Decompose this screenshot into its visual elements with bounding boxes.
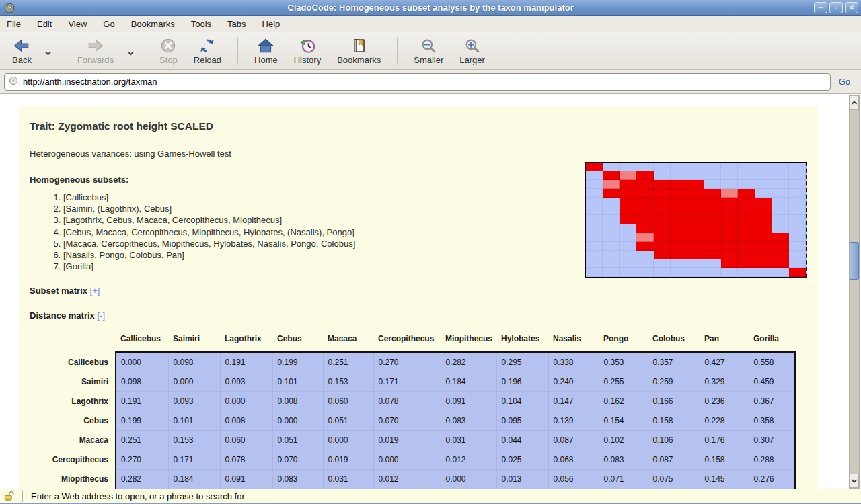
page-title: Trait: Zygomatic root height SCALED bbox=[30, 120, 807, 132]
back-icon bbox=[13, 37, 30, 54]
subset-matrix-cell bbox=[789, 215, 806, 224]
menu-help[interactable]: Help bbox=[262, 19, 280, 29]
subset-matrix-cell bbox=[738, 251, 755, 259]
scroll-down-arrow-icon[interactable] bbox=[850, 474, 859, 488]
dropdown-chevron-icon[interactable] bbox=[122, 45, 139, 57]
stop-button[interactable]: Stop bbox=[151, 36, 186, 67]
menu-go[interactable]: Go bbox=[103, 19, 114, 29]
distance-cell: 0.158 bbox=[648, 411, 700, 430]
subset-matrix-cell bbox=[755, 268, 772, 277]
subset-matrix-cell bbox=[772, 206, 789, 215]
distance-cell: 0.095 bbox=[496, 411, 548, 430]
vertical-scrollbar[interactable] bbox=[849, 95, 860, 489]
forwards-button[interactable]: Forwards bbox=[69, 36, 122, 67]
subset-matrix-cell bbox=[687, 242, 704, 251]
url-input[interactable]: http://anth.insectnation.org/taxman bbox=[4, 73, 831, 91]
subset-matrix-cell bbox=[721, 163, 738, 171]
subset-matrix-cell bbox=[671, 198, 687, 206]
distance-cell: 0.051 bbox=[272, 430, 323, 450]
variances-note: Heterogeneous variances: using Games-How… bbox=[30, 149, 807, 159]
column-header: Pan bbox=[700, 334, 749, 352]
reload-button[interactable]: Reload bbox=[186, 36, 229, 67]
reload-icon bbox=[198, 37, 216, 54]
subset-matrix-cell bbox=[704, 268, 721, 277]
subset-matrix-cell bbox=[721, 180, 738, 189]
distance-matrix-table: CallicebusSaimiriLagothrixCebusMacacaCer… bbox=[30, 334, 796, 489]
distance-cell: 0.098 bbox=[116, 372, 168, 391]
toolbar-button-label: Forwards bbox=[77, 55, 114, 65]
back-button[interactable]: Back bbox=[4, 36, 40, 67]
distance-matrix-collapse-link[interactable]: [-] bbox=[97, 310, 105, 321]
subset-matrix-cell bbox=[671, 215, 687, 224]
subset-matrix-cell bbox=[772, 215, 789, 224]
distance-cell: 0.093 bbox=[168, 391, 220, 411]
scroll-up-arrow-icon[interactable] bbox=[850, 95, 859, 110]
stop-icon bbox=[159, 37, 177, 54]
home-button[interactable]: Home bbox=[246, 36, 286, 67]
row-header: Cebus bbox=[30, 411, 116, 430]
subset-matrix-cell bbox=[721, 233, 738, 242]
subset-matrix-cell bbox=[755, 224, 772, 233]
subset-matrix-cell bbox=[603, 189, 620, 198]
subset-matrix-plot bbox=[585, 162, 807, 278]
menu-tools[interactable]: Tools bbox=[191, 19, 211, 29]
toolbar-button-label: History bbox=[294, 55, 321, 65]
table-row: Cebus0.1990.1010.0080.0000.0510.0700.083… bbox=[30, 411, 795, 430]
row-header: Macaca bbox=[30, 430, 116, 450]
subset-matrix-cell bbox=[620, 171, 636, 180]
distance-cell: 0.329 bbox=[700, 372, 749, 391]
maximize-button[interactable]: ▫ bbox=[829, 2, 843, 13]
menu-tabs[interactable]: Tabs bbox=[227, 19, 246, 29]
menu-view[interactable]: View bbox=[68, 19, 87, 29]
distance-cell: 0.000 bbox=[116, 352, 168, 372]
subset-matrix-cell bbox=[721, 268, 738, 277]
subset-matrix-cell bbox=[586, 171, 603, 180]
subset-matrix-cell bbox=[772, 233, 789, 242]
column-header: Nasalis bbox=[548, 334, 599, 352]
toolbar: BackForwardsStopReloadHomeHistoryBookmar… bbox=[0, 32, 861, 70]
subset-matrix-cell bbox=[654, 251, 671, 259]
distance-cell: 0.087 bbox=[648, 450, 700, 469]
bookmarks-button[interactable]: Bookmarks bbox=[329, 36, 389, 67]
go-button[interactable]: Go bbox=[839, 77, 850, 87]
subset-matrix-cell bbox=[603, 251, 620, 259]
menu-edit[interactable]: Edit bbox=[37, 19, 52, 29]
distance-cell: 0.459 bbox=[749, 372, 795, 391]
column-header: Callicebus bbox=[116, 334, 168, 352]
subset-matrix-cell bbox=[636, 189, 653, 198]
history-button[interactable]: History bbox=[286, 36, 329, 67]
dropdown-chevron-icon[interactable] bbox=[40, 45, 57, 57]
subset-matrix-cell bbox=[704, 242, 721, 251]
subset-matrix-cell bbox=[772, 171, 789, 180]
subset-matrix-cell bbox=[789, 163, 806, 171]
smaller-button[interactable]: Smaller bbox=[406, 36, 451, 67]
subset-matrix-cell bbox=[687, 251, 704, 259]
scrollbar-thumb[interactable] bbox=[850, 242, 859, 280]
subset-matrix-cell bbox=[636, 259, 653, 268]
subset-matrix-cell bbox=[603, 259, 620, 268]
distance-cell: 0.013 bbox=[496, 469, 548, 489]
distance-cell: 0.008 bbox=[272, 391, 323, 411]
distance-cell: 0.191 bbox=[116, 391, 168, 411]
larger-button[interactable]: Larger bbox=[451, 36, 493, 67]
subset-matrix-cell bbox=[755, 259, 772, 268]
distance-cell: 0.000 bbox=[323, 430, 373, 450]
subset-matrix-cell bbox=[772, 268, 789, 277]
menu-file[interactable]: File bbox=[7, 19, 21, 29]
toolbar-button-label: Home bbox=[254, 55, 278, 65]
subset-matrix-cell bbox=[636, 268, 653, 277]
status-text: Enter a Web address to open, or a phrase… bbox=[31, 491, 245, 501]
toolbar-button-label: Smaller bbox=[414, 55, 443, 65]
subset-matrix-expand-link[interactable]: [+] bbox=[90, 286, 100, 296]
subset-matrix-cell bbox=[687, 224, 704, 233]
close-button[interactable]: ✕ bbox=[845, 2, 858, 13]
menu-bookmarks[interactable]: Bookmarks bbox=[131, 19, 175, 29]
toolbar-button-label: Larger bbox=[459, 55, 485, 65]
subset-matrix-cell bbox=[755, 198, 772, 206]
column-header: Lagothrix bbox=[220, 334, 272, 352]
subset-matrix-cell bbox=[636, 180, 653, 189]
distance-cell: 0.078 bbox=[373, 391, 441, 411]
subset-matrix-cell bbox=[654, 198, 671, 206]
subset-matrix-cell bbox=[789, 206, 806, 215]
minimize-button[interactable]: ─ bbox=[814, 2, 827, 13]
